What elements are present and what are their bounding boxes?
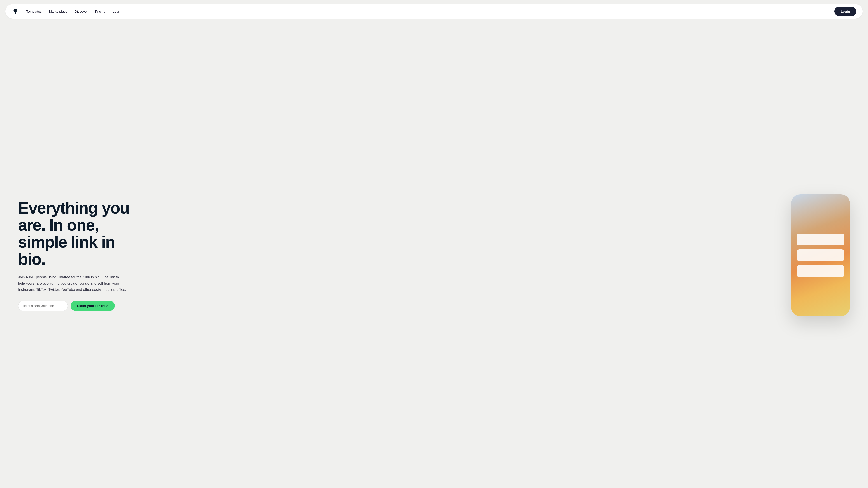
svg-rect-0 — [15, 11, 16, 14]
logo-icon — [12, 8, 19, 15]
hero-description: Join 40M+ people using Linktree for thei… — [18, 274, 127, 293]
phone-bar-1 — [797, 234, 844, 246]
nav-discover[interactable]: Discover — [74, 9, 88, 13]
hero-cta: Claim your Linkbud — [18, 301, 145, 311]
logo[interactable] — [12, 8, 19, 15]
nav-pricing[interactable]: Pricing — [95, 9, 105, 13]
claim-button[interactable]: Claim your Linkbud — [70, 301, 115, 311]
hero-title: Everything you are. In one, simple link … — [18, 199, 145, 268]
hero-section: Everything you are. In one, simple link … — [0, 23, 868, 488]
phone-bar-3 — [797, 265, 844, 277]
phone-mockup — [791, 194, 850, 316]
username-input[interactable] — [18, 301, 68, 311]
phone-bar-2 — [797, 250, 844, 261]
navbar: Templates Marketplace Discover Pricing L… — [5, 4, 863, 19]
phone-preview — [791, 194, 850, 316]
nav-learn[interactable]: Learn — [113, 9, 121, 13]
hero-content: Everything you are. In one, simple link … — [18, 199, 145, 311]
login-button[interactable]: Login — [834, 7, 856, 16]
nav-links: Templates Marketplace Discover Pricing L… — [26, 9, 834, 13]
nav-templates[interactable]: Templates — [26, 9, 41, 13]
nav-marketplace[interactable]: Marketplace — [49, 9, 67, 13]
